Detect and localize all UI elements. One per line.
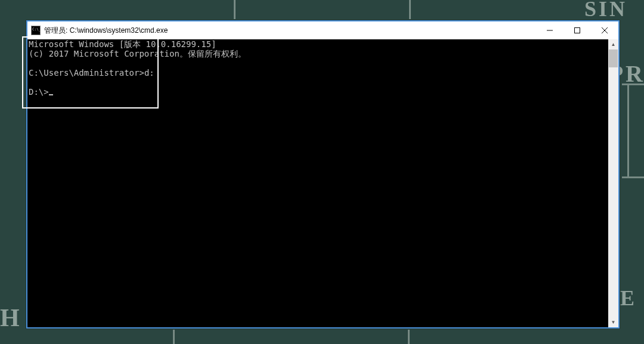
svg-rect-1 (575, 28, 580, 33)
cursor (49, 94, 53, 95)
console-area: Microsoft Windows [版本 10.0.16299.15] (c)… (27, 39, 618, 327)
bg-line (627, 85, 629, 176)
prompt: D:\> (29, 87, 49, 97)
banner-line: (c) 2017 Microsoft Corporation。保留所有权利。 (29, 49, 246, 58)
window-title: 管理员: C:\windows\system32\cmd.exe (44, 26, 536, 36)
banner-line: Microsoft Windows [版本 10.0.16299.15] (29, 39, 216, 49)
scroll-up-arrow[interactable]: ▲ (608, 39, 618, 49)
bg-line (173, 330, 175, 344)
console-output[interactable]: Microsoft Windows [版本 10.0.16299.15] (c)… (27, 39, 618, 327)
maximize-button[interactable] (564, 21, 591, 39)
bg-text-top-right: SIN (584, 0, 627, 21)
command: d: (144, 68, 154, 78)
titlebar[interactable]: 管理员: C:\windows\system32\cmd.exe (27, 21, 618, 39)
minimize-button[interactable] (536, 21, 564, 39)
window-controls (536, 21, 618, 39)
bg-line (622, 176, 644, 178)
scroll-thumb[interactable] (609, 49, 618, 67)
bg-line (622, 83, 644, 85)
bg-line (234, 0, 236, 19)
bg-text-bottom-right: E (620, 286, 637, 311)
bg-line (408, 330, 410, 344)
close-button[interactable] (591, 21, 618, 39)
cmd-window: 管理员: C:\windows\system32\cmd.exe Microso… (26, 20, 620, 328)
bg-line (409, 0, 411, 19)
scroll-down-arrow[interactable]: ▼ (608, 317, 618, 327)
cmd-icon (31, 26, 41, 35)
prompt: C:\Users\Administrator> (29, 68, 144, 78)
scrollbar[interactable]: ▲ ▼ (608, 39, 618, 327)
